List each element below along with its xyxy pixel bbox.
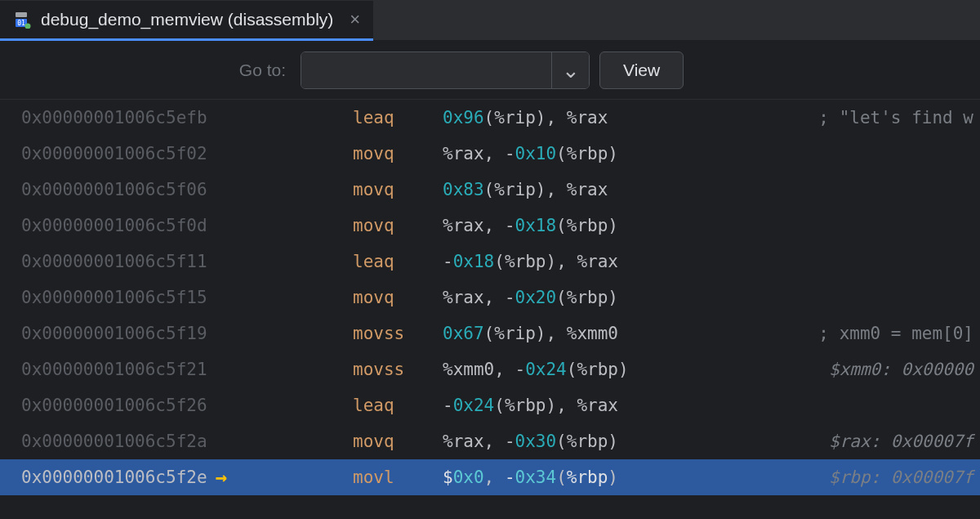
mnemonic: movq [353, 172, 443, 208]
address: 0x00000001006c5f2e→ [0, 459, 301, 495]
instruction: movl$0x0, -0x34(%rbp) [301, 459, 829, 495]
close-icon[interactable]: × [350, 9, 360, 30]
asm-row[interactable]: 0x00000001006c5f26leaq-0x24(%rbp), %rax [0, 387, 980, 423]
file-icon: 01 [13, 11, 31, 29]
instruction: movq%rax, -0x18(%rbp) [301, 208, 973, 244]
address: 0x00000001006c5f15 [0, 280, 301, 315]
asm-row[interactable]: 0x00000001006c5f06movq0x83(%rip), %rax [0, 172, 980, 208]
address: 0x00000001006c5f11 [0, 244, 301, 280]
asm-row[interactable]: 0x00000001006c5f15movq%rax, -0x20(%rbp) [0, 280, 980, 315]
mnemonic: leaq [353, 387, 443, 423]
mnemonic: movq [353, 423, 443, 459]
view-button[interactable]: View [599, 51, 684, 89]
operands: %rax, -0x10(%rbp) [443, 136, 618, 172]
asm-row[interactable]: 0x00000001006c5f2e→movl$0x0, -0x34(%rbp)… [0, 459, 980, 495]
operands: $0x0, -0x34(%rbp) [443, 459, 618, 495]
asm-row[interactable]: 0x00000001006c5f21movss%xmm0, -0x24(%rbp… [0, 351, 980, 387]
goto-input-combo: ⌄ [301, 51, 590, 89]
address: 0x00000001006c5efb [0, 100, 301, 136]
address: 0x00000001006c5f21 [0, 351, 301, 387]
operands: 0x96(%rip), %rax [443, 100, 608, 136]
instruction: leaq-0x24(%rbp), %rax [301, 387, 973, 423]
mnemonic: movss [353, 315, 443, 351]
asm-row[interactable]: 0x00000001006c5efbleaq0x96(%rip), %rax; … [0, 100, 980, 136]
mnemonic: movq [353, 280, 443, 315]
goto-label: Go to: [0, 60, 301, 80]
mnemonic: leaq [353, 244, 443, 280]
asm-row[interactable]: 0x00000001006c5f02movq%rax, -0x10(%rbp) [0, 136, 980, 172]
instruction: leaq-0x18(%rbp), %rax [301, 244, 973, 280]
chevron-down-icon: ⌄ [562, 65, 580, 76]
mnemonic: movq [353, 136, 443, 172]
disassembly-view: 0x00000001006c5efbleaq0x96(%rip), %rax; … [0, 100, 980, 495]
goto-dropdown-button[interactable]: ⌄ [551, 52, 589, 88]
mnemonic: movl [353, 459, 443, 495]
comment: $rbp: 0x00007f [829, 459, 980, 495]
svg-rect-0 [16, 12, 27, 17]
current-line-arrow-icon: → [216, 459, 227, 495]
operands: %xmm0, -0x24(%rbp) [443, 351, 629, 387]
tab-title: debug_demo_memview (disassembly) [41, 10, 333, 29]
comment: $rax: 0x00007f [829, 423, 980, 459]
instruction: movss0x67(%rip), %xmm0 [301, 315, 818, 351]
mnemonic: movss [353, 351, 443, 387]
address: 0x00000001006c5f02 [0, 136, 301, 172]
address: 0x00000001006c5f19 [0, 315, 301, 351]
operands: -0x18(%rbp), %rax [443, 244, 618, 280]
operands: %rax, -0x20(%rbp) [443, 280, 618, 315]
operands: 0x83(%rip), %rax [443, 172, 608, 208]
tab-active[interactable]: 01 debug_demo_memview (disassembly) × [0, 1, 373, 41]
operands: 0x67(%rip), %xmm0 [443, 315, 618, 351]
toolbar: Go to: ⌄ View [0, 41, 980, 100]
instruction: leaq0x96(%rip), %rax [301, 100, 818, 136]
instruction: movq%rax, -0x20(%rbp) [301, 280, 973, 315]
comment: ; xmm0 = mem[0] [818, 315, 980, 351]
operands: -0x24(%rbp), %rax [443, 387, 618, 423]
comment: $xmm0: 0x00000 [829, 351, 980, 387]
asm-row[interactable]: 0x00000001006c5f19movss0x67(%rip), %xmm0… [0, 315, 980, 351]
address: 0x00000001006c5f0d [0, 208, 301, 244]
asm-row[interactable]: 0x00000001006c5f0dmovq%rax, -0x18(%rbp) [0, 208, 980, 244]
instruction: movss%xmm0, -0x24(%rbp) [301, 351, 829, 387]
asm-row[interactable]: 0x00000001006c5f11leaq-0x18(%rbp), %rax [0, 244, 980, 280]
mnemonic: leaq [353, 100, 443, 136]
address: 0x00000001006c5f2a [0, 423, 301, 459]
asm-row[interactable]: 0x00000001006c5f2amovq%rax, -0x30(%rbp)$… [0, 423, 980, 459]
operands: %rax, -0x18(%rbp) [443, 208, 618, 244]
instruction: movq%rax, -0x10(%rbp) [301, 136, 973, 172]
goto-field-group: ⌄ View [301, 51, 684, 89]
goto-input[interactable] [301, 52, 551, 88]
instruction: movq0x83(%rip), %rax [301, 172, 973, 208]
address: 0x00000001006c5f26 [0, 387, 301, 423]
instruction: movq%rax, -0x30(%rbp) [301, 423, 829, 459]
comment: ; "let's find w [818, 100, 980, 136]
mnemonic: movq [353, 208, 443, 244]
tab-bar: 01 debug_demo_memview (disassembly) × [0, 0, 980, 41]
svg-text:01: 01 [17, 20, 25, 27]
address: 0x00000001006c5f06 [0, 172, 301, 208]
operands: %rax, -0x30(%rbp) [443, 423, 618, 459]
